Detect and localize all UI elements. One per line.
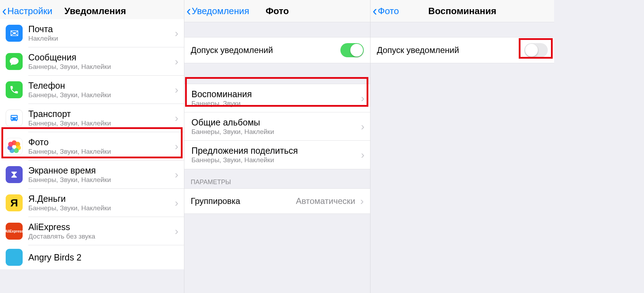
row-sub: Баннеры, Звуки, Наклейки	[28, 63, 172, 71]
row-label: Сообщения	[28, 52, 172, 63]
row-label: Воспоминания	[191, 89, 358, 99]
chevron-left-icon: ‹	[2, 4, 7, 18]
chevron-right-icon: ›	[172, 169, 178, 181]
photos-icon	[6, 138, 23, 155]
chevron-right-icon: ›	[172, 225, 178, 237]
app-row-angrybirds[interactable]: Angry Birds 2	[0, 245, 184, 269]
back-label: Фото	[378, 6, 399, 17]
panel-notifications: ‹ Настройки Уведомления ✉ Почта Наклейки…	[0, 0, 184, 293]
row-sub: Доставлять без звука	[28, 233, 172, 240]
app-row-photos[interactable]: Фото Баннеры, Звуки, Наклейки ›	[0, 132, 184, 160]
phone-icon	[6, 81, 23, 98]
back-label: Уведомления	[192, 6, 249, 17]
row-label: Транспорт	[28, 109, 172, 119]
app-row-screentime[interactable]: ⧗ Экранное время Баннеры, Звуки, Наклейк…	[0, 160, 184, 189]
allow-label: Допуск уведомлений	[191, 45, 340, 55]
chevron-right-icon: ›	[172, 84, 178, 96]
app-row-transport[interactable]: Транспорт Баннеры, Звуки, Наклейки ›	[0, 104, 184, 132]
section-gap	[184, 22, 370, 37]
app-row-aliexpress[interactable]: AliExpress AliExpress Доставлять без зву…	[0, 217, 184, 245]
chevron-right-icon: ›	[358, 92, 364, 104]
row-sub: Наклейки	[28, 35, 172, 42]
row-shared-albums[interactable]: Общие альбомы Баннеры, Звуки, Наклейки ›	[184, 112, 370, 141]
chevron-left-icon: ‹	[186, 4, 191, 18]
row-sub: Баннеры, Звуки, Наклейки	[191, 128, 358, 136]
row-value: Автоматически	[296, 196, 357, 206]
row-sub: Баннеры, Звуки, Наклейки	[28, 176, 172, 184]
chevron-right-icon: ›	[172, 27, 178, 39]
navbar: ‹ Фото Воспоминания	[370, 0, 554, 22]
back-button[interactable]: ‹ Фото	[370, 4, 399, 18]
section-header: ПАРАМЕТРЫ	[184, 169, 370, 189]
messages-icon	[6, 53, 23, 70]
row-grouping[interactable]: Группировка Автоматически ›	[184, 189, 370, 213]
row-label: Экранное время	[28, 165, 172, 176]
row-sub: Баннеры, Звуки, Наклейки	[28, 204, 172, 212]
app-list: ✉ Почта Наклейки › Сообщения Баннеры, Зв…	[0, 19, 184, 269]
row-sub: Баннеры, Звуки	[191, 100, 358, 107]
app-row-yadengi[interactable]: Я Я.Деньги Баннеры, Звуки, Наклейки ›	[0, 189, 184, 217]
allow-notifications-row: Допуск уведомлений	[184, 37, 370, 63]
chevron-right-icon: ›	[172, 112, 178, 124]
back-button[interactable]: ‹ Уведомления	[184, 4, 249, 18]
chevron-right-icon: ›	[172, 140, 178, 152]
allow-label: Допуск уведомлений	[377, 45, 524, 55]
row-sub: Баннеры, Звуки, Наклейки	[28, 148, 172, 156]
screentime-icon: ⧗	[6, 166, 23, 183]
mail-icon: ✉	[6, 25, 23, 42]
aliexpress-icon: AliExpress	[6, 223, 23, 240]
row-label: Почта	[28, 24, 172, 34]
app-row-mail[interactable]: ✉ Почта Наклейки ›	[0, 19, 184, 47]
allow-notifications-row: Допуск уведомлений	[370, 37, 554, 63]
row-label: Фото	[28, 137, 172, 147]
row-label: Общие альбомы	[191, 117, 358, 128]
transport-icon	[6, 110, 23, 127]
navbar: ‹ Настройки Уведомления	[0, 0, 184, 22]
row-label: Angry Birds 2	[28, 252, 178, 263]
row-memories[interactable]: Воспоминания Баннеры, Звуки ›	[184, 84, 370, 112]
chevron-right-icon: ›	[172, 197, 178, 209]
chevron-right-icon: ›	[357, 195, 364, 207]
row-label: AliExpress	[28, 222, 172, 232]
chevron-left-icon: ‹	[373, 4, 377, 18]
row-label: Группировка	[191, 196, 296, 206]
back-label: Настройки	[7, 6, 53, 17]
row-sharing-suggestions[interactable]: Предложения поделиться Баннеры, Звуки, Н…	[184, 141, 370, 169]
angrybirds-icon	[6, 249, 23, 266]
back-button[interactable]: ‹ Настройки	[0, 4, 52, 18]
photo-subsections: Воспоминания Баннеры, Звуки › Общие альб…	[184, 84, 370, 169]
yadengi-icon: Я	[6, 194, 23, 211]
row-label: Телефон	[28, 81, 172, 91]
panel-memories: ‹ Фото Воспоминания Допуск уведомлений	[370, 0, 554, 293]
app-row-messages[interactable]: Сообщения Баннеры, Звуки, Наклейки ›	[0, 47, 184, 76]
chevron-right-icon: ›	[172, 55, 178, 68]
chevron-right-icon: ›	[358, 149, 364, 161]
panel-photo-settings: ‹ Уведомления Фото Допуск уведомлений Во…	[184, 0, 370, 293]
allow-toggle[interactable]	[524, 43, 548, 57]
row-sub: Баннеры, Звуки, Наклейки	[191, 156, 358, 164]
row-sub: Баннеры, Звуки, Наклейки	[28, 91, 172, 99]
row-sub: Баннеры, Звуки, Наклейки	[28, 119, 172, 127]
chevron-right-icon: ›	[358, 121, 364, 133]
row-label: Я.Деньги	[28, 194, 172, 204]
navbar: ‹ Уведомления Фото	[184, 0, 370, 22]
row-label: Предложения поделиться	[191, 146, 358, 156]
allow-toggle[interactable]	[340, 43, 364, 57]
app-row-phone[interactable]: Телефон Баннеры, Звуки, Наклейки ›	[0, 76, 184, 104]
section-gap	[370, 22, 554, 37]
section-gap	[184, 63, 370, 84]
